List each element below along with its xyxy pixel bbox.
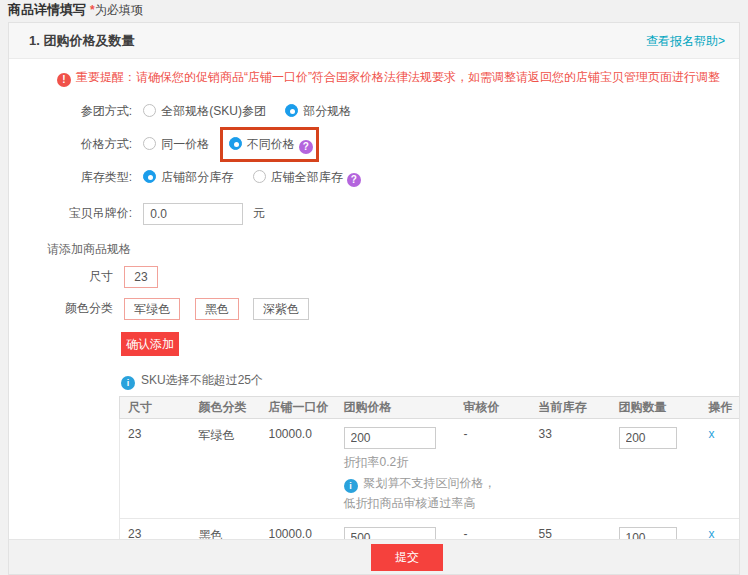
info-icon: i — [121, 376, 135, 390]
join-type-label: 参团方式: — [37, 101, 132, 121]
option-label: 不同价格 — [247, 137, 295, 151]
warning-banner: !重要提醒：请确保您的促销商品“店铺一口价”符合国家价格法律法规要求，如需调整请… — [57, 69, 719, 87]
option-label: 店铺全部库存 — [271, 170, 343, 184]
stock-type-row: 库存类型: 店铺部分库存 店铺全部库存? — [9, 167, 739, 187]
cell-quantity — [615, 419, 705, 519]
col-header-color: 颜色分类 — [195, 397, 265, 419]
cell-action: x — [705, 419, 740, 519]
col-header-audit-price: 审核价 — [460, 397, 535, 419]
option-label: 部分规格 — [303, 104, 351, 118]
col-header-quantity: 团购数量 — [615, 397, 705, 419]
delete-row-button[interactable]: x — [709, 427, 715, 441]
radio-unselected-icon[interactable] — [143, 104, 156, 117]
radio-option-partial-stock[interactable]: 店铺部分库存 — [143, 167, 233, 187]
radio-selected-icon[interactable] — [143, 170, 156, 183]
page-title: 商品详情填写 — [8, 2, 86, 17]
alert-icon: ! — [57, 73, 71, 87]
cell-size: 23 — [120, 419, 195, 519]
size-chip[interactable]: 23 — [124, 266, 157, 288]
cell-group-price: 折扣率0.2折 i聚划算不支持区间价格， 低折扣商品审核通过率高 — [340, 419, 460, 519]
discount-rate: 折扣率0.2折 — [344, 454, 456, 471]
section-header: 查看报名帮助> 1. 团购价格及数量 — [9, 23, 739, 59]
radio-selected-icon[interactable] — [229, 137, 242, 150]
price-mode-label: 价格方式: — [37, 134, 132, 154]
color-row: 颜色分类 军绿色 黑色 深紫色 — [9, 296, 739, 320]
size-label: 尺寸 — [37, 264, 113, 288]
size-row: 尺寸 23 — [9, 264, 739, 288]
radio-unselected-icon[interactable] — [143, 137, 156, 150]
section-title: 1. 团购价格及数量 — [29, 33, 134, 48]
col-header-action: 操作 — [705, 397, 740, 419]
page: 商品详情填写*为必填项 查看报名帮助> 1. 团购价格及数量 !重要提醒：请确保… — [0, 0, 748, 575]
required-note: 为必填项 — [95, 3, 143, 17]
radio-option-different-price[interactable]: 不同价格? — [229, 134, 313, 154]
radio-option-same-price[interactable]: 同一价格 — [143, 134, 209, 154]
radio-unselected-icon[interactable] — [253, 170, 266, 183]
cell-color: 军绿色 — [195, 419, 265, 519]
price-tip-line2: 低折扣商品审核通过率高 — [344, 495, 456, 512]
radio-option-partial-sku[interactable]: 部分规格 — [285, 101, 351, 121]
spec-section-title: 请添加商品规格 — [47, 241, 739, 258]
col-header-size: 尺寸 — [120, 397, 195, 419]
info-icon: i — [344, 479, 358, 493]
price-tip-line1: i聚划算不支持区间价格， — [344, 475, 456, 493]
radio-selected-icon[interactable] — [285, 104, 298, 117]
cell-stock: 33 — [535, 419, 615, 519]
col-header-group-price: 团购价格 — [340, 397, 460, 419]
help-icon[interactable]: ? — [299, 140, 313, 154]
join-type-row: 参团方式: 全部规格(SKU)参团 部分规格 — [9, 101, 739, 121]
color-label: 颜色分类 — [37, 296, 113, 320]
group-price-input[interactable] — [344, 427, 436, 449]
col-header-stock: 当前库存 — [535, 397, 615, 419]
col-header-shop-price: 店铺一口价 — [265, 397, 340, 419]
radio-option-all-sku[interactable]: 全部规格(SKU)参团 — [143, 101, 266, 121]
table-row: 23 军绿色 10000.0 折扣率0.2折 i聚划算不支持区间价格， 低折扣商… — [120, 419, 740, 519]
tag-price-row: 宝贝吊牌价: 元 — [9, 201, 739, 225]
help-icon[interactable]: ? — [347, 173, 361, 187]
confirm-add-button[interactable]: 确认添加 — [121, 332, 179, 356]
signup-help-link[interactable]: 查看报名帮助> — [646, 23, 725, 59]
stock-type-label: 库存类型: — [37, 167, 132, 187]
submit-button[interactable]: 提交 — [371, 544, 443, 571]
warning-text: 重要提醒：请确保您的促销商品“店铺一口价”符合国家价格法律法规要求，如需调整请返… — [76, 70, 720, 84]
tag-price-input[interactable] — [143, 203, 243, 225]
tag-price-label: 宝贝吊牌价: — [37, 201, 132, 225]
tag-price-unit: 元 — [253, 206, 265, 220]
page-title-bar: 商品详情填写*为必填项 — [0, 0, 748, 22]
price-mode-row: 价格方式: 同一价格 不同价格? — [9, 134, 739, 154]
footer-bar: 提交 — [9, 539, 739, 574]
sku-limit-notice: iSKU选择不能超过25个 — [121, 372, 739, 390]
main-panel: 查看报名帮助> 1. 团购价格及数量 !重要提醒：请确保您的促销商品“店铺一口价… — [8, 22, 740, 575]
color-chip-army-green[interactable]: 军绿色 — [124, 298, 180, 320]
price-tip-text: 聚划算不支持区间价格， — [364, 476, 496, 490]
group-quantity-input[interactable] — [619, 427, 677, 449]
option-label: 同一价格 — [161, 137, 209, 151]
sku-limit-text: SKU选择不能超过25个 — [141, 373, 263, 387]
color-chip-black[interactable]: 黑色 — [195, 298, 239, 320]
table-header-row: 尺寸 颜色分类 店铺一口价 团购价格 审核价 当前库存 团购数量 操作 — [120, 397, 740, 419]
cell-shop-price: 10000.0 — [265, 419, 340, 519]
color-chip-dark-purple[interactable]: 深紫色 — [253, 298, 309, 320]
radio-option-all-stock[interactable]: 店铺全部库存? — [253, 167, 361, 187]
option-label: 全部规格(SKU)参团 — [161, 104, 266, 118]
option-label: 店铺部分库存 — [161, 170, 233, 184]
